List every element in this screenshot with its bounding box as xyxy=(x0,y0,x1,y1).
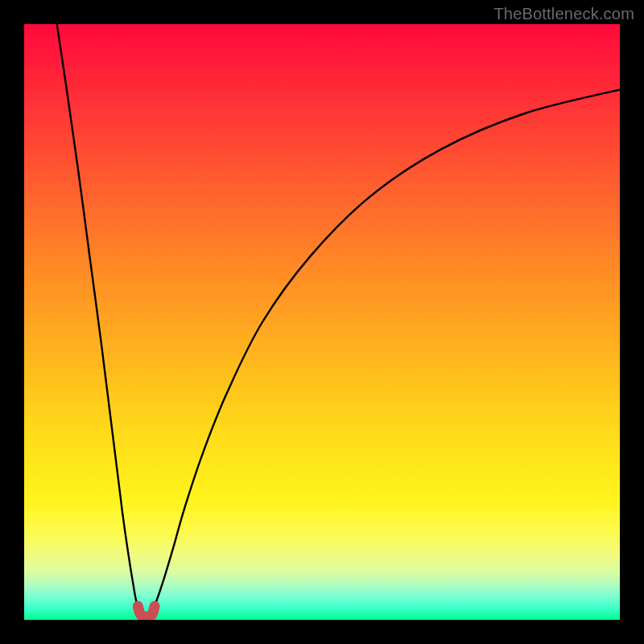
chart-frame: TheBottleneck.com xyxy=(0,0,644,644)
bottleneck-valley-marker xyxy=(138,606,155,617)
bottleneck-curve xyxy=(57,24,620,617)
curve-layer xyxy=(24,24,620,620)
plot-area xyxy=(24,24,620,620)
watermark-text: TheBottleneck.com xyxy=(493,5,634,23)
